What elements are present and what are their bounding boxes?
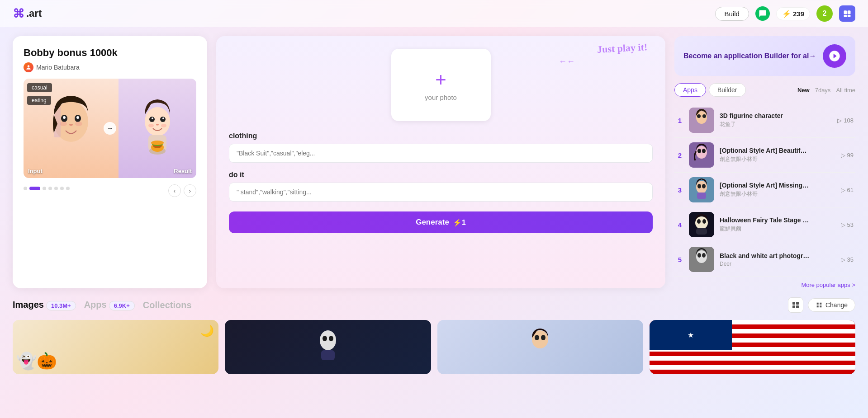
play-icon: ▷: [837, 117, 842, 124]
app-thumb-5: [689, 247, 714, 272]
dot-5[interactable]: [60, 187, 64, 190]
app-item-5[interactable]: 5 Black and white art photograp... Deer …: [674, 242, 855, 277]
next-arrow[interactable]: ›: [184, 184, 196, 197]
bolt-icon: ⚡: [782, 9, 791, 18]
main-content: Bobby bonus 1000k Mario Batubara: [0, 27, 868, 293]
svg-point-47: [696, 250, 707, 263]
app-creator-4: 龍鮮貝爾: [720, 225, 835, 233]
bottom-tab-collections[interactable]: Collections: [143, 300, 192, 310]
svg-point-9: [76, 116, 79, 119]
app-rank-3: 3: [676, 186, 683, 194]
build-button[interactable]: Build: [715, 7, 749, 21]
app-item-3[interactable]: 3 [Optional Style Art] Missing th... 創意無…: [674, 173, 855, 207]
images-count-badge: 10.3M+: [46, 301, 76, 310]
dot-0[interactable]: [24, 187, 27, 190]
svg-point-12: [75, 122, 82, 126]
promo-icon: [823, 44, 846, 68]
app-views-3: ▷ 61: [841, 187, 854, 193]
svg-rect-52: [792, 305, 795, 308]
app-name-3: [Optional Style Art] Missing th...: [720, 182, 810, 189]
dot-1[interactable]: [29, 187, 40, 190]
prev-arrow[interactable]: ‹: [168, 184, 181, 197]
thumb-card-2[interactable]: [225, 320, 431, 374]
svg-point-19: [156, 124, 159, 126]
tab-builder[interactable]: Builder: [709, 83, 746, 97]
svg-point-60: [541, 335, 545, 340]
nav-arrows: ‹ ›: [168, 184, 196, 197]
more-popular-apps-link[interactable]: More popular apps >: [674, 282, 855, 288]
photo-label: your photo: [425, 94, 457, 101]
app-rank-1: 1: [676, 117, 683, 124]
svg-point-21: [161, 124, 166, 127]
change-button[interactable]: Change: [808, 298, 855, 312]
filter-7days[interactable]: 7days: [815, 87, 831, 94]
cards-icon[interactable]: [839, 5, 855, 22]
dot-6[interactable]: [66, 187, 70, 190]
wechat-icon[interactable]: [755, 6, 770, 21]
generate-button[interactable]: Generate ⚡1: [229, 211, 653, 233]
app-rank-4: 4: [676, 221, 683, 229]
svg-point-8: [63, 116, 66, 119]
app-name-5: Black and white art photograp...: [720, 252, 810, 259]
svg-rect-51: [796, 302, 799, 305]
app-info-4: Halloween Fairy Tale Stage Fa... 龍鮮貝爾: [720, 216, 835, 233]
bottom-tab-images[interactable]: Images10.3M+: [13, 300, 76, 310]
svg-point-49: [702, 253, 706, 258]
dot-2[interactable]: [43, 187, 46, 190]
right-panel: Become an application Builder for al→ Ap…: [674, 36, 855, 288]
card-title: Bobby bonus 1000k: [24, 47, 196, 59]
svg-point-15: [149, 117, 155, 122]
header: ⌘ .art Build ⚡ 239 2: [0, 0, 868, 27]
view-count-4: 53: [847, 221, 854, 228]
clothing-label: clothing: [229, 132, 653, 140]
doit-input[interactable]: [229, 183, 653, 202]
filter-alltime[interactable]: All time: [836, 87, 855, 94]
play-icon-4: ▷: [841, 221, 845, 228]
play-icon-3: ▷: [841, 187, 845, 193]
promo-banner[interactable]: Become an application Builder for al→: [674, 36, 855, 76]
app-views-5: ▷ 35: [841, 256, 854, 263]
thumb-card-1[interactable]: 👻🎃 🌙: [13, 320, 218, 374]
bottom-section: Images10.3M+ Apps6.9K+ Collections Chang…: [0, 293, 868, 383]
bottom-tab-apps[interactable]: Apps6.9K+: [84, 300, 135, 310]
svg-point-30: [697, 114, 701, 118]
svg-rect-50: [792, 302, 795, 305]
view-count-1: 108: [844, 117, 854, 124]
generate-cost: ⚡1: [453, 218, 466, 227]
app-info-2: [Optional Style Art] Beautiful ... 創意無限小…: [720, 147, 835, 163]
tab-apps[interactable]: Apps: [674, 83, 706, 97]
app-creator-5: Deer: [720, 261, 835, 267]
dot-3[interactable]: [48, 187, 52, 190]
dot-4[interactable]: [54, 187, 58, 190]
app-item-4[interactable]: 4 Halloween Fairy Tale Stage Fa... 龍鮮貝爾 …: [674, 207, 855, 242]
app-item[interactable]: 1 3D figurine character 花鱼子 ▷ 108: [674, 103, 855, 138]
thumb-card-3[interactable]: [437, 320, 643, 374]
user-avatar[interactable]: 2: [816, 5, 833, 22]
bottom-right-actions: Change: [788, 297, 855, 313]
lightning-badge[interactable]: ⚡ 239: [776, 7, 810, 20]
thumbnail-grid: 👻🎃 🌙 ★: [13, 320, 855, 374]
svg-point-18: [162, 117, 164, 119]
logo-text: .art: [26, 8, 42, 19]
promo-text: Become an application Builder for al→: [683, 51, 816, 61]
svg-point-54: [320, 330, 336, 350]
svg-rect-3: [848, 15, 851, 17]
app-list: 1 3D figurine character 花鱼子 ▷ 108 2: [674, 103, 855, 277]
middle-panel: Just play it! ←← + your photo clothing d…: [216, 36, 665, 288]
app-creator-1: 花鱼子: [720, 121, 832, 128]
thumb-card-4[interactable]: ★: [650, 320, 855, 374]
svg-point-59: [535, 335, 539, 340]
filter-new[interactable]: New: [797, 87, 810, 94]
grid-toggle-button[interactable]: [788, 297, 803, 313]
svg-point-56: [329, 336, 333, 341]
clothing-section: clothing: [229, 132, 653, 171]
logo-icon: ⌘: [13, 7, 24, 21]
app-item-2[interactable]: 2 [Optional Style Art] Beautiful ... 創意無…: [674, 138, 855, 173]
logo[interactable]: ⌘ .art: [13, 7, 42, 21]
svg-rect-53: [796, 305, 799, 308]
time-filters: New 7days All time: [797, 87, 855, 94]
svg-rect-2: [844, 15, 847, 17]
photo-upload[interactable]: + your photo: [391, 49, 491, 121]
clothing-input[interactable]: [229, 144, 653, 163]
app-info-1: 3D figurine character 花鱼子: [720, 112, 832, 128]
